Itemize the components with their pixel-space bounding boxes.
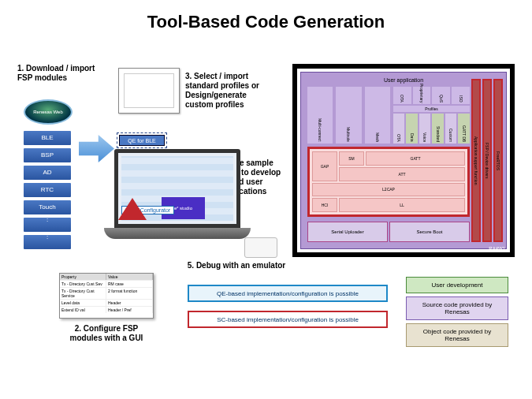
arch-block-hci: HCI bbox=[312, 198, 337, 212]
arch-block: Standard bbox=[436, 125, 441, 144]
cfg-cell: Extend ID val bbox=[60, 307, 106, 313]
arch-sidebar: Application support function bbox=[474, 136, 478, 185]
import-arrow-icon bbox=[79, 135, 114, 162]
qe-implementation-note: QE-based implementation/configuration is… bbox=[188, 285, 388, 302]
arch-block-gatt: GATT bbox=[366, 151, 465, 166]
qe-label: QE for BLE bbox=[119, 135, 165, 146]
cfg-header: Value bbox=[106, 274, 153, 280]
legend-source-code: Source code provided by Renesas bbox=[406, 296, 508, 320]
cfg-cell: Level data bbox=[60, 300, 106, 306]
sc-implementation-note: SC-based implementation/configuration is… bbox=[188, 311, 388, 328]
arch-block: GATT DB bbox=[462, 124, 467, 144]
chip-label: RA4W1 bbox=[489, 246, 505, 251]
arch-sidebar: FreeRTOS bbox=[496, 151, 500, 170]
cfg-cell: Header / Pref bbox=[106, 307, 153, 313]
cfg-cell: Header bbox=[106, 300, 153, 306]
cfg-cell: Tx - Directory Cust Service bbox=[60, 288, 106, 299]
cfg-cell: Tx - Directory Cust Sev bbox=[60, 281, 106, 287]
laptop-base bbox=[104, 228, 251, 239]
architecture-panel: User application Multi-connect Multirole… bbox=[292, 64, 515, 257]
arch-block: Proprietary bbox=[419, 82, 424, 104]
step3-label: 3. Select / import standard profiles or … bbox=[185, 72, 264, 110]
page-title: Tool-Based Code Generation bbox=[0, 0, 532, 40]
diagram-stage: 1. Download / import FSP modules 2. Conf… bbox=[0, 40, 532, 395]
arch-block: Multi-connect bbox=[318, 117, 322, 144]
arch-block-l2cap: L2CAP bbox=[312, 183, 465, 197]
arch-block: Multirole bbox=[346, 125, 351, 144]
arch-block: ISO bbox=[459, 94, 463, 104]
fsp-module: BSP bbox=[24, 148, 71, 162]
cfg-cell: 2 format function bbox=[106, 288, 153, 299]
fsp-module: BLE bbox=[24, 131, 71, 145]
legend: User development Source code provided by… bbox=[406, 277, 508, 347]
fsp-module: Touch bbox=[24, 200, 71, 214]
profiles-label: Profiles bbox=[393, 106, 470, 112]
arch-block: Mesh bbox=[375, 131, 380, 144]
step5-label: 5. Debug with an emulator bbox=[181, 261, 292, 270]
arch-block-sm: SM bbox=[339, 151, 364, 166]
arch-block: Data bbox=[410, 132, 415, 144]
arch-block: Custom bbox=[448, 127, 453, 144]
web-source-oval: Renesas Web bbox=[24, 99, 73, 125]
top-columns: Multi-connect Multirole Mesh OTA Proprie… bbox=[307, 87, 470, 144]
legend-object-code: Object code provided by Renesas bbox=[406, 323, 508, 347]
cfg-header: Property bbox=[60, 274, 106, 280]
arch-block: OTA bbox=[396, 132, 401, 144]
legend-user-dev: User development bbox=[406, 277, 508, 293]
arch-block-ll: LL bbox=[339, 198, 465, 212]
boot-row: Serial Uploader Secure Boot bbox=[307, 222, 470, 242]
sc-pointer-icon bbox=[118, 198, 147, 220]
fsp-module-list: BLE BSP AD RTC Touch : : bbox=[24, 131, 71, 249]
laptop-mock: QE for BLE e² studio SmartConfigurator bbox=[114, 135, 256, 253]
profile-window-mock bbox=[118, 68, 180, 114]
fsp-module: RTC bbox=[24, 183, 71, 197]
step1-label: 1. Download / import FSP modules bbox=[17, 64, 96, 83]
arch-sidebar: FSP / Device drivers bbox=[485, 143, 489, 178]
arch-block-att: ATT bbox=[339, 167, 465, 181]
arch-block: QoS bbox=[439, 93, 444, 104]
fsp-module: AD bbox=[24, 166, 71, 180]
arch-block-uploader: Serial Uploader bbox=[307, 222, 388, 242]
config-table-mock: Property Value Tx - Directory Cust SevRM… bbox=[59, 273, 154, 319]
cfg-cell: RM case bbox=[106, 281, 153, 287]
arch-block: Voice bbox=[422, 131, 427, 144]
emulator-icon bbox=[244, 237, 277, 258]
side-bars: Application support function FSP / Devic… bbox=[471, 79, 503, 242]
step2-label: 2. Configure FSP modules with a GUI bbox=[63, 324, 150, 343]
arch-block-secureboot: Secure Boot bbox=[389, 222, 470, 242]
fsp-module-more: : bbox=[24, 218, 71, 232]
fsp-module-more: : bbox=[24, 235, 71, 249]
arch-block: OTA bbox=[400, 93, 404, 104]
ble-stack: GAP SM GATT ATT L2CAP HCI LL bbox=[307, 147, 470, 217]
arch-block-gap: GAP bbox=[312, 151, 337, 181]
